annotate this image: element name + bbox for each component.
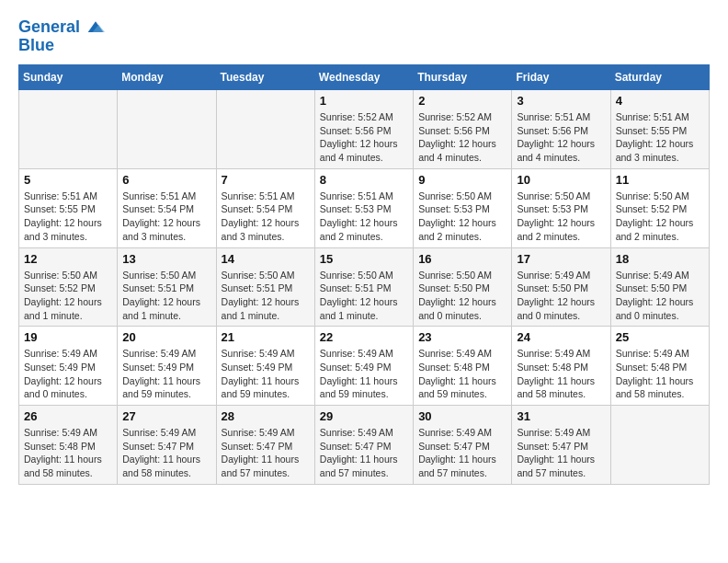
day-detail: Sunrise: 5:49 AMSunset: 5:48 PMDaylight:… (616, 347, 704, 401)
calendar-cell: 21Sunrise: 5:49 AMSunset: 5:49 PMDayligh… (216, 327, 314, 406)
day-detail: Sunrise: 5:51 AMSunset: 5:56 PMDaylight:… (517, 110, 605, 165)
day-detail: Sunrise: 5:49 AMSunset: 5:48 PMDaylight:… (418, 347, 506, 401)
calendar-cell: 4Sunrise: 5:51 AMSunset: 5:55 PMDaylight… (610, 90, 709, 169)
calendar-cell: 30Sunrise: 5:49 AMSunset: 5:47 PMDayligh… (414, 406, 512, 485)
calendar-cell: 12Sunrise: 5:50 AMSunset: 5:52 PMDayligh… (19, 247, 118, 327)
day-detail: Sunrise: 5:49 AMSunset: 5:47 PMDaylight:… (418, 426, 506, 480)
day-detail: Sunrise: 5:52 AMSunset: 5:56 PMDaylight:… (418, 110, 506, 165)
calendar-cell (610, 406, 709, 485)
week-row-4: 19Sunrise: 5:49 AMSunset: 5:49 PMDayligh… (19, 327, 710, 406)
calendar-cell: 14Sunrise: 5:50 AMSunset: 5:51 PMDayligh… (216, 247, 314, 327)
day-detail: Sunrise: 5:51 AMSunset: 5:53 PMDaylight:… (320, 190, 408, 244)
calendar-cell: 9Sunrise: 5:50 AMSunset: 5:53 PMDaylight… (414, 168, 512, 247)
day-number: 5 (24, 173, 112, 187)
calendar-cell: 18Sunrise: 5:49 AMSunset: 5:50 PMDayligh… (610, 247, 709, 327)
calendar-cell: 28Sunrise: 5:49 AMSunset: 5:47 PMDayligh… (216, 406, 314, 485)
day-detail: Sunrise: 5:51 AMSunset: 5:55 PMDaylight:… (24, 190, 112, 244)
calendar-cell: 22Sunrise: 5:49 AMSunset: 5:49 PMDayligh… (314, 327, 413, 406)
day-number: 25 (616, 330, 704, 344)
day-number: 30 (418, 409, 506, 423)
day-number: 6 (122, 173, 210, 187)
calendar-cell (216, 90, 314, 169)
weekday-header-row: SundayMondayTuesdayWednesdayThursdayFrid… (19, 65, 710, 90)
day-detail: Sunrise: 5:50 AMSunset: 5:51 PMDaylight:… (222, 269, 310, 323)
day-number: 26 (24, 409, 112, 423)
day-detail: Sunrise: 5:50 AMSunset: 5:52 PMDaylight:… (616, 190, 704, 244)
weekday-header-sunday: Sunday (19, 65, 118, 90)
calendar-header: SundayMondayTuesdayWednesdayThursdayFrid… (19, 65, 710, 90)
day-detail: Sunrise: 5:49 AMSunset: 5:48 PMDaylight:… (517, 347, 605, 401)
day-detail: Sunrise: 5:49 AMSunset: 5:47 PMDaylight:… (320, 426, 408, 480)
logo-general: General (18, 17, 80, 36)
day-number: 15 (320, 252, 408, 266)
day-number: 2 (418, 94, 506, 108)
calendar-cell: 23Sunrise: 5:49 AMSunset: 5:48 PMDayligh… (414, 327, 512, 406)
weekday-header-wednesday: Wednesday (314, 65, 413, 90)
day-detail: Sunrise: 5:49 AMSunset: 5:50 PMDaylight:… (517, 269, 605, 323)
calendar-cell: 2Sunrise: 5:52 AMSunset: 5:56 PMDaylight… (414, 90, 512, 169)
day-detail: Sunrise: 5:50 AMSunset: 5:50 PMDaylight:… (418, 269, 506, 323)
calendar-cell (19, 90, 118, 169)
day-number: 17 (517, 252, 605, 266)
calendar-cell: 31Sunrise: 5:49 AMSunset: 5:47 PMDayligh… (512, 406, 610, 485)
day-detail: Sunrise: 5:50 AMSunset: 5:53 PMDaylight:… (517, 190, 605, 244)
day-detail: Sunrise: 5:49 AMSunset: 5:47 PMDaylight:… (517, 426, 605, 480)
day-number: 28 (222, 409, 310, 423)
week-row-1: 1Sunrise: 5:52 AMSunset: 5:56 PMDaylight… (19, 90, 710, 169)
day-number: 11 (616, 173, 704, 187)
day-detail: Sunrise: 5:49 AMSunset: 5:47 PMDaylight:… (222, 426, 310, 480)
calendar-cell: 19Sunrise: 5:49 AMSunset: 5:49 PMDayligh… (19, 327, 118, 406)
calendar-cell: 6Sunrise: 5:51 AMSunset: 5:54 PMDaylight… (118, 168, 216, 247)
day-number: 23 (418, 330, 506, 344)
logo-blue: Blue (18, 37, 105, 55)
calendar-cell: 25Sunrise: 5:49 AMSunset: 5:48 PMDayligh… (610, 327, 709, 406)
day-number: 18 (616, 252, 704, 266)
day-number: 1 (320, 94, 408, 108)
calendar-cell (118, 90, 216, 169)
day-detail: Sunrise: 5:51 AMSunset: 5:54 PMDaylight:… (222, 190, 310, 244)
week-row-3: 12Sunrise: 5:50 AMSunset: 5:52 PMDayligh… (19, 247, 710, 327)
day-number: 14 (222, 252, 310, 266)
calendar-body: 1Sunrise: 5:52 AMSunset: 5:56 PMDaylight… (19, 90, 710, 485)
day-detail: Sunrise: 5:50 AMSunset: 5:53 PMDaylight:… (418, 190, 506, 244)
calendar-cell: 24Sunrise: 5:49 AMSunset: 5:48 PMDayligh… (512, 327, 610, 406)
calendar-cell: 3Sunrise: 5:51 AMSunset: 5:56 PMDaylight… (512, 90, 610, 169)
weekday-header-tuesday: Tuesday (216, 65, 314, 90)
day-detail: Sunrise: 5:49 AMSunset: 5:49 PMDaylight:… (122, 347, 210, 401)
calendar-cell: 7Sunrise: 5:51 AMSunset: 5:54 PMDaylight… (216, 168, 314, 247)
weekday-header-friday: Friday (512, 65, 610, 90)
day-detail: Sunrise: 5:49 AMSunset: 5:48 PMDaylight:… (24, 426, 112, 480)
day-detail: Sunrise: 5:50 AMSunset: 5:52 PMDaylight:… (24, 269, 112, 323)
day-detail: Sunrise: 5:52 AMSunset: 5:56 PMDaylight:… (320, 110, 408, 165)
calendar-cell: 20Sunrise: 5:49 AMSunset: 5:49 PMDayligh… (118, 327, 216, 406)
logo: General Blue (18, 18, 105, 55)
day-number: 22 (320, 330, 408, 344)
day-number: 31 (517, 409, 605, 423)
day-number: 10 (517, 173, 605, 187)
day-number: 8 (320, 173, 408, 187)
calendar-cell: 16Sunrise: 5:50 AMSunset: 5:50 PMDayligh… (414, 247, 512, 327)
calendar-cell: 13Sunrise: 5:50 AMSunset: 5:51 PMDayligh… (118, 247, 216, 327)
calendar-cell: 15Sunrise: 5:50 AMSunset: 5:51 PMDayligh… (314, 247, 413, 327)
day-number: 27 (122, 409, 210, 423)
day-detail: Sunrise: 5:51 AMSunset: 5:55 PMDaylight:… (616, 110, 704, 165)
day-number: 16 (418, 252, 506, 266)
day-detail: Sunrise: 5:49 AMSunset: 5:50 PMDaylight:… (616, 269, 704, 323)
day-number: 24 (517, 330, 605, 344)
day-number: 13 (122, 252, 210, 266)
calendar-table: SundayMondayTuesdayWednesdayThursdayFrid… (18, 64, 710, 485)
day-number: 3 (517, 94, 605, 108)
calendar-cell: 8Sunrise: 5:51 AMSunset: 5:53 PMDaylight… (314, 168, 413, 247)
calendar-cell: 1Sunrise: 5:52 AMSunset: 5:56 PMDaylight… (314, 90, 413, 169)
day-number: 12 (24, 252, 112, 266)
day-number: 4 (616, 94, 704, 108)
day-number: 9 (418, 173, 506, 187)
weekday-header-thursday: Thursday (414, 65, 512, 90)
day-number: 7 (222, 173, 310, 187)
calendar-cell: 11Sunrise: 5:50 AMSunset: 5:52 PMDayligh… (610, 168, 709, 247)
day-detail: Sunrise: 5:49 AMSunset: 5:47 PMDaylight:… (122, 426, 210, 480)
calendar-cell: 10Sunrise: 5:50 AMSunset: 5:53 PMDayligh… (512, 168, 610, 247)
day-detail: Sunrise: 5:50 AMSunset: 5:51 PMDaylight:… (320, 269, 408, 323)
weekday-header-saturday: Saturday (610, 65, 709, 90)
day-detail: Sunrise: 5:50 AMSunset: 5:51 PMDaylight:… (122, 269, 210, 323)
